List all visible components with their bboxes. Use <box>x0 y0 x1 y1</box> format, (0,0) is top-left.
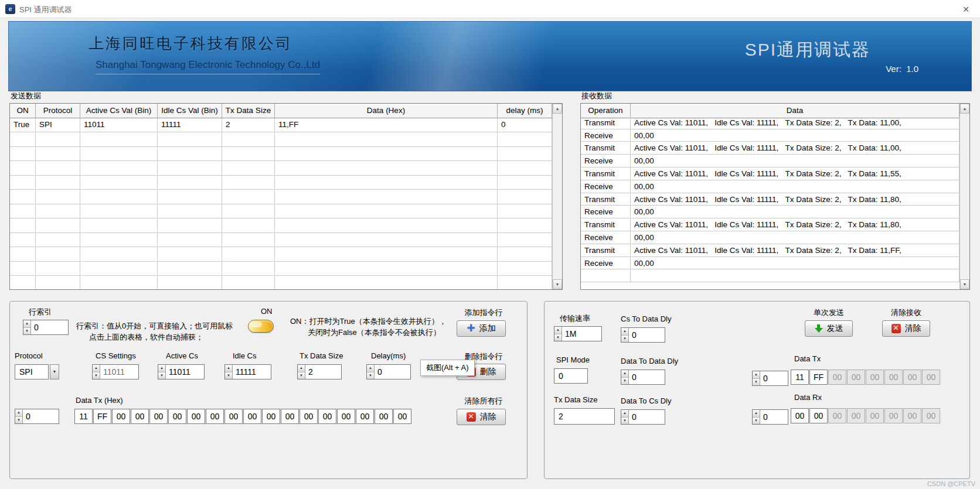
send-table-cell-empty[interactable] <box>158 233 222 248</box>
hex-byte-cell[interactable]: 11 <box>791 370 809 385</box>
spinner-down-icon[interactable]: ▼ <box>158 372 165 379</box>
send-table-cell-empty[interactable] <box>498 276 552 289</box>
send-table-cell-empty[interactable] <box>80 276 158 289</box>
send-table-cell-empty[interactable] <box>10 147 36 162</box>
spinner-down-icon[interactable]: ▼ <box>15 417 22 424</box>
hex-byte-cell[interactable]: 00 <box>112 409 130 424</box>
hex-byte-cell[interactable]: 00 <box>300 409 318 424</box>
send-table-cell-empty[interactable] <box>498 247 552 262</box>
send-table-cell-empty[interactable] <box>80 176 158 190</box>
send-table-cell-empty[interactable] <box>498 218 552 233</box>
clear-all-button[interactable]: ✕ 清除 <box>457 409 506 425</box>
spinner-up-icon[interactable]: ▲ <box>621 370 628 378</box>
tx-data-size-value[interactable]: 2 <box>554 408 615 425</box>
receive-table-cell[interactable]: Transmit <box>581 117 631 129</box>
scroll-track[interactable] <box>553 114 562 279</box>
spinner-up-icon[interactable]: ▲ <box>753 371 760 379</box>
receive-table-cell[interactable]: Receive <box>581 206 631 218</box>
cs-settings-value[interactable]: 11011 <box>100 365 138 379</box>
receive-table-cell[interactable]: Active Cs Val: 11011, Idle Cs Val: 11111… <box>631 244 959 257</box>
scroll-track[interactable] <box>960 114 969 279</box>
send-table-cell-empty[interactable] <box>222 204 275 219</box>
spinner-down-icon[interactable]: ▼ <box>367 372 374 379</box>
send-table-cell-empty[interactable] <box>10 218 36 233</box>
send-table-cell-empty[interactable] <box>498 161 552 176</box>
close-button[interactable]: ✕ <box>960 4 972 15</box>
hex-byte-cell[interactable]: 00 <box>393 409 411 424</box>
send-table-cell[interactable]: 2 <box>222 118 275 133</box>
send-table-cell-empty[interactable] <box>222 147 275 162</box>
send-table-cell-empty[interactable] <box>80 132 158 147</box>
send-table-cell-empty[interactable] <box>158 190 222 204</box>
send-table-cell-empty[interactable] <box>158 132 222 147</box>
spinner-up-icon[interactable]: ▲ <box>621 410 628 418</box>
send-table-cell-empty[interactable] <box>498 190 552 204</box>
send-table-cell-empty[interactable] <box>10 247 36 262</box>
receive-table-cell[interactable]: Receive <box>581 231 631 244</box>
receive-table-cell[interactable]: 00,00 <box>631 129 959 142</box>
receive-table-cell-empty[interactable] <box>581 269 631 282</box>
send-table-cell-empty[interactable] <box>275 190 498 204</box>
send-table-cell-empty[interactable] <box>222 247 275 262</box>
receive-table-cell[interactable]: Receive <box>581 129 631 142</box>
send-table-cell-empty[interactable] <box>275 218 498 233</box>
hex-byte-cell[interactable]: 00 <box>318 409 336 424</box>
send-table-cell-empty[interactable] <box>80 262 158 276</box>
send-table-cell-empty[interactable] <box>498 233 552 248</box>
send-table-cell-empty[interactable] <box>275 276 498 289</box>
receive-table-cell[interactable]: Transmit <box>581 167 631 180</box>
cs-to-data-dly-value[interactable]: 0 <box>629 328 665 342</box>
send-table-cell-empty[interactable] <box>80 190 158 204</box>
send-table-cell-empty[interactable] <box>222 176 275 190</box>
send-table-cell-empty[interactable] <box>36 161 80 176</box>
send-table-cell-empty[interactable] <box>158 276 222 289</box>
spi-mode-value[interactable]: 0 <box>554 368 588 384</box>
send-table-cell-empty[interactable] <box>158 161 222 176</box>
spinner-up-icon[interactable]: ▲ <box>621 328 628 336</box>
hex-byte-cell[interactable]: 00 <box>262 409 280 424</box>
send-table-cell-empty[interactable] <box>80 247 158 262</box>
send-table-cell-empty[interactable] <box>36 147 80 162</box>
hex-byte-cell[interactable]: 00 <box>206 409 224 424</box>
hex-byte-cell[interactable]: 00 <box>337 409 355 424</box>
send-table-cell-empty[interactable] <box>10 132 36 147</box>
send-table-cell-empty[interactable] <box>222 132 275 147</box>
hex-byte-cell[interactable]: 00 <box>149 409 168 424</box>
send-table-cell-empty[interactable] <box>80 218 158 233</box>
dropdown-arrow-icon[interactable]: ▼ <box>50 364 59 379</box>
hex-byte-cell[interactable]: FF <box>93 409 111 424</box>
spinner-down-icon[interactable]: ▼ <box>225 372 232 379</box>
send-table-cell-empty[interactable] <box>275 132 498 147</box>
on-toggle[interactable] <box>248 320 274 333</box>
send-table-cell-empty[interactable] <box>10 190 36 204</box>
send-table-cell[interactable]: 11011 <box>80 118 158 133</box>
receive-table-cell[interactable]: 00,00 <box>631 180 959 193</box>
receive-table-cell[interactable]: Transmit <box>581 142 631 155</box>
send-table-cell-empty[interactable] <box>222 218 275 233</box>
send-table-cell-empty[interactable] <box>36 190 80 204</box>
send-table-cell-empty[interactable] <box>222 161 275 176</box>
send-table-cell-empty[interactable] <box>498 204 552 219</box>
send-table-cell-empty[interactable] <box>36 276 80 289</box>
idle-cs-value[interactable]: 11111 <box>233 365 271 379</box>
send-table-cell[interactable]: SPI <box>36 118 80 133</box>
protocol-value[interactable]: SPI <box>15 364 49 379</box>
spinner-down-icon[interactable]: ▼ <box>753 379 760 386</box>
receive-table-cell[interactable]: Transmit <box>581 193 631 206</box>
send-table-cell-empty[interactable] <box>158 147 222 162</box>
spinner-up-icon[interactable]: ▲ <box>15 409 22 417</box>
send-table-cell-empty[interactable] <box>10 233 36 248</box>
tx-data-size-value[interactable]: 2 <box>305 365 341 379</box>
send-table-cell-empty[interactable] <box>36 247 80 262</box>
receive-table-cell-empty[interactable] <box>631 269 959 282</box>
row-index-value[interactable]: 0 <box>31 320 68 334</box>
spinner-down-icon[interactable]: ▼ <box>23 328 30 335</box>
send-table-cell-empty[interactable] <box>80 147 158 162</box>
hex-byte-cell[interactable]: 11 <box>74 409 93 424</box>
add-row-button[interactable]: ✚ 添加 <box>457 320 506 337</box>
spinner-down-icon[interactable]: ▼ <box>753 418 760 425</box>
spinner-down-icon[interactable]: ▼ <box>621 378 628 385</box>
send-table-cell-empty[interactable] <box>275 247 498 262</box>
send-table-cell-empty[interactable] <box>498 147 552 162</box>
hex-byte-cell[interactable]: 00 <box>243 409 261 424</box>
